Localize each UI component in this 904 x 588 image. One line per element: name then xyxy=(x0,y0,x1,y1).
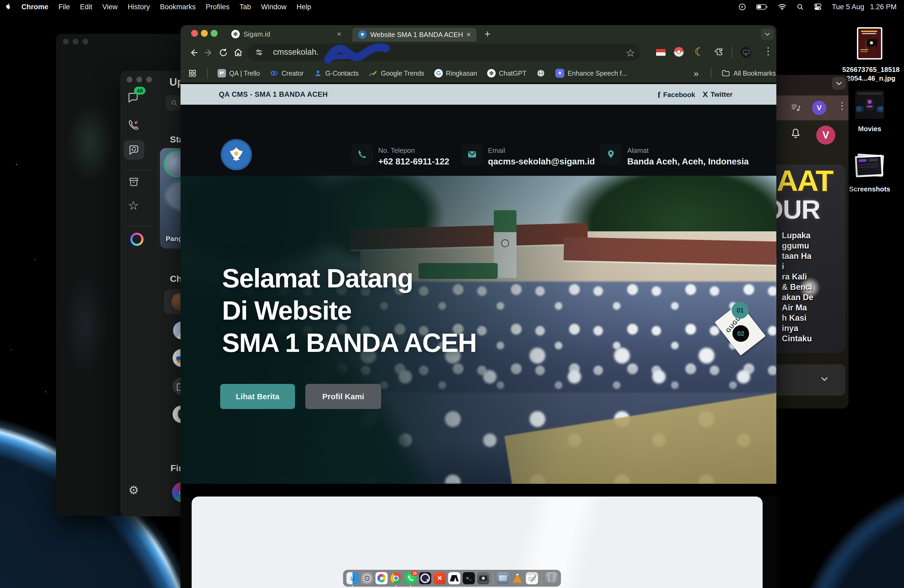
archived-icon[interactable] xyxy=(128,176,139,188)
menu-edit[interactable]: Edit xyxy=(75,3,98,11)
site-settings-tune-icon[interactable] xyxy=(254,48,264,57)
contact-label: Alamat xyxy=(627,147,649,155)
tab-sma-website[interactable]: Website SMA 1 BANDA ACEH × xyxy=(352,28,477,41)
menu-tab[interactable]: Tab xyxy=(234,3,256,11)
tab-close-icon[interactable]: × xyxy=(337,30,341,38)
menu-profiles[interactable]: Profiles xyxy=(201,3,234,11)
address-bar[interactable]: cmssekolah. ☆ xyxy=(247,44,640,61)
bookmarks-overflow-chevrons[interactable]: » xyxy=(694,68,701,79)
bookmark-ringkasan[interactable]: G Ringkasan xyxy=(434,69,477,77)
lihat-berita-button[interactable]: Lihat Berita xyxy=(220,384,295,409)
bookmark-globe-icon[interactable] xyxy=(536,69,545,78)
dock-terminal-icon[interactable]: >_ xyxy=(463,572,475,584)
window-controls[interactable] xyxy=(63,39,88,44)
divider xyxy=(711,68,711,79)
calls-icon[interactable] xyxy=(127,119,139,131)
playlist-icon[interactable] xyxy=(790,102,801,114)
zoom-window-button[interactable] xyxy=(211,30,218,37)
menu-app-name[interactable]: Chrome xyxy=(16,3,54,11)
desktop-file-jpg-thumbnail[interactable] xyxy=(857,27,882,60)
apps-grid-icon[interactable] xyxy=(188,69,197,78)
menu-view[interactable]: View xyxy=(97,3,123,11)
extensions-puzzle-icon[interactable] xyxy=(713,47,724,57)
minimize-window-button[interactable] xyxy=(201,30,208,37)
bookmark-enhance-speech[interactable]: Enhance Speech f... xyxy=(555,69,627,78)
expand-chevron-icon[interactable] xyxy=(820,375,829,383)
back-icon[interactable] xyxy=(188,47,199,58)
tab-sigam[interactable]: ✻ Sigam.id × xyxy=(226,27,347,41)
spotlight-search-icon[interactable] xyxy=(797,3,804,11)
dock-notes-icon[interactable] xyxy=(526,572,538,584)
divider xyxy=(123,170,151,170)
dock-whatsapp-icon[interactable]: 15 xyxy=(405,572,417,584)
dock-vlc-icon[interactable] xyxy=(512,572,524,584)
dock-screenshot-app-icon[interactable] xyxy=(477,572,490,584)
dock-settings-icon[interactable]: ⚙ xyxy=(361,572,373,584)
profil-kami-button[interactable]: Profil Kami xyxy=(305,384,381,409)
bookmark-creator[interactable]: Creator xyxy=(270,69,303,77)
wifi-icon[interactable] xyxy=(778,3,786,10)
reload-icon[interactable] xyxy=(218,47,229,58)
kebab-menu-icon[interactable]: ⋮ xyxy=(838,100,847,111)
menubar-time[interactable]: 1.26 PM xyxy=(870,3,897,11)
desktop-movies-icon[interactable] xyxy=(855,90,884,119)
apple-menu-icon[interactable] xyxy=(0,3,16,11)
site-viewport: QA CMS - SMA 1 BANDA ACEH f Facebook X T… xyxy=(180,83,776,588)
desktop-movies-label[interactable]: Movies xyxy=(846,125,893,133)
bookmark-trello[interactable]: QA | Trello xyxy=(218,69,260,77)
extension-pokeball-icon[interactable] xyxy=(674,47,684,57)
bookmark-chatgpt[interactable]: ✻ ChatGPT xyxy=(487,69,526,77)
bookmark-gcontacts[interactable]: G-Contacts xyxy=(314,69,359,77)
dock-chrome-icon[interactable] xyxy=(390,572,402,584)
all-bookmarks[interactable]: All Bookmarks xyxy=(721,69,784,78)
collapse-chevron-button[interactable] xyxy=(832,77,846,90)
home-icon[interactable] xyxy=(233,47,243,58)
dock-photos-icon[interactable] xyxy=(376,572,388,584)
menu-history[interactable]: History xyxy=(123,3,155,11)
menu-bookmarks[interactable]: Bookmarks xyxy=(155,3,201,11)
extension-darkmode-moon-icon[interactable]: ☾ xyxy=(694,45,705,58)
carousel-indicator-1[interactable]: 01 xyxy=(732,302,749,319)
battery-icon[interactable] xyxy=(756,4,768,10)
dock-quicktime-icon[interactable] xyxy=(419,572,431,584)
status-tab-selected[interactable] xyxy=(124,140,144,160)
account-avatar[interactable]: V xyxy=(812,101,826,115)
close-window-button[interactable] xyxy=(191,30,198,37)
toolbar: cmssekolah. ☆ ☾ ⋮ xyxy=(180,41,776,64)
chrome-menu-kebab-icon[interactable]: ⋮ xyxy=(763,45,773,57)
dock-downloads-folder-icon[interactable] xyxy=(497,572,509,584)
desktop-file-jpg-name-line2[interactable]: 2054...46_n.jpg xyxy=(841,74,901,82)
new-tab-button[interactable]: + xyxy=(485,28,490,40)
control-center-icon[interactable] xyxy=(814,3,822,11)
carousel-indicator-2[interactable]: 02 xyxy=(732,325,749,342)
dock-finder-icon[interactable] xyxy=(346,572,359,584)
desktop-file-jpg-name-line1[interactable]: 526673765_18518 xyxy=(841,66,901,74)
dock-trash-icon[interactable] xyxy=(545,572,558,584)
tab-close-icon[interactable]: × xyxy=(466,31,471,38)
tab-title: Website SMA 1 BANDA ACEH xyxy=(370,31,463,39)
extension-flag-icon[interactable] xyxy=(656,49,665,56)
profile-avatar[interactable] xyxy=(740,46,752,58)
dock-capcut-icon[interactable] xyxy=(448,572,460,584)
menubar-date[interactable]: Tue 5 Aug xyxy=(832,3,864,11)
url-text[interactable]: cmssekolah. xyxy=(273,47,319,57)
school-logo[interactable] xyxy=(221,139,252,170)
desktop-screenshots-label[interactable]: Screenshots xyxy=(846,185,893,193)
facebook-link[interactable]: f Facebook xyxy=(657,90,695,100)
forward-icon[interactable] xyxy=(203,47,214,58)
bookmark-google-trends[interactable]: Google Trends xyxy=(369,69,424,78)
screen-mirroring-icon[interactable] xyxy=(738,3,746,11)
twitter-link[interactable]: X Twitter xyxy=(703,90,732,99)
menu-file[interactable]: File xyxy=(54,3,75,11)
bookmark-star-icon[interactable]: ☆ xyxy=(626,47,635,59)
channel-avatar-v[interactable]: V xyxy=(816,126,835,145)
starred-icon[interactable]: ☆ xyxy=(128,198,139,213)
menu-window[interactable]: Window xyxy=(256,3,292,11)
desktop-screenshots-icon[interactable] xyxy=(854,153,886,179)
meta-ai-icon[interactable] xyxy=(130,233,144,246)
menu-help[interactable]: Help xyxy=(292,3,316,11)
bell-icon[interactable] xyxy=(790,128,801,139)
settings-gear-icon[interactable]: ⚙ xyxy=(128,483,139,497)
tab-search-chevron[interactable] xyxy=(761,28,774,40)
dock-video-app-icon[interactable]: ✕ xyxy=(434,572,446,584)
